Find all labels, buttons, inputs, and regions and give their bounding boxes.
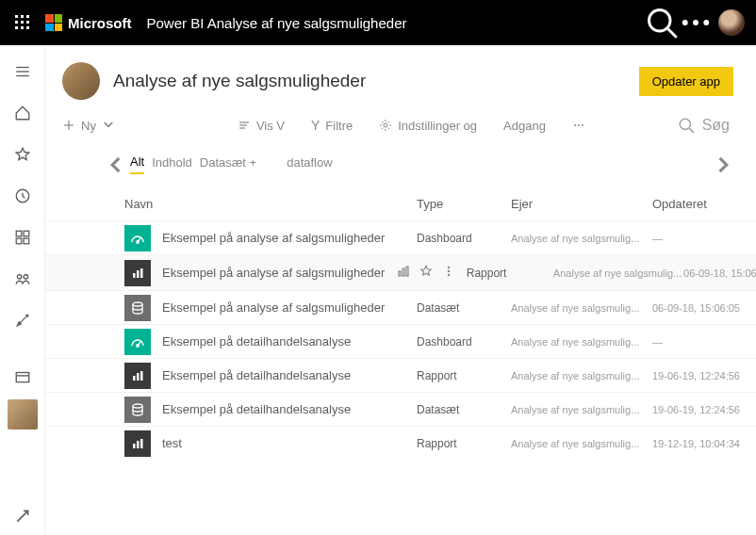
svg-rect-6 [15, 26, 18, 29]
new-button[interactable]: Ny [62, 119, 115, 133]
table-row[interactable]: testRapportAnalyse af nye salgsmulig...1… [45, 426, 756, 460]
table-row[interactable]: Eksempel på analyse af salgsmulighederRa… [45, 254, 756, 290]
table-row[interactable]: Eksempel på detailhandelsanalyseDashboar… [45, 324, 756, 358]
svg-rect-1 [21, 15, 24, 18]
more-icon[interactable] [679, 6, 713, 40]
svg-point-45 [448, 267, 450, 268]
tab-all[interactable]: Alt [130, 154, 144, 174]
svg-rect-44 [406, 267, 408, 276]
chart-icon[interactable] [397, 265, 410, 281]
svg-point-54 [133, 404, 142, 408]
row-owner: Analyse af nye salgsmulig... [511, 438, 652, 449]
dataset-icon [124, 397, 151, 423]
svg-point-9 [649, 10, 671, 32]
search-icon[interactable] [645, 6, 679, 40]
svg-point-32 [574, 124, 576, 126]
svg-point-46 [448, 270, 450, 272]
table-row[interactable]: Eksempel på detailhandelsanalyseDatasætA… [45, 392, 756, 426]
nav-shared-icon[interactable] [4, 260, 41, 298]
tab-datasets[interactable]: Datasæt + [200, 155, 256, 173]
row-owner: Analyse af nye salgsmulig... [511, 370, 652, 381]
left-nav [0, 45, 45, 535]
row-name: Eksempel på detailhandelsanalyse [162, 334, 417, 349]
svg-rect-53 [140, 371, 143, 381]
row-name: Eksempel på analyse af salgsmuligheder [162, 266, 397, 280]
workspace-thumb-current[interactable] [8, 399, 38, 430]
row-owner: Analyse af nye salgsmulig... [511, 302, 652, 314]
new-button-label: Ny [81, 119, 96, 133]
microsoft-logo-icon [45, 14, 62, 31]
svg-rect-5 [26, 21, 29, 24]
row-updated: — [652, 336, 733, 348]
row-type: Datasæt [417, 403, 511, 416]
row-actions [397, 265, 455, 281]
table-row[interactable]: Eksempel på detailhandelsanalyseRapportA… [45, 358, 756, 392]
tabs-scroll-right[interactable] [711, 154, 733, 176]
dashboard-icon [124, 225, 151, 251]
row-name: Eksempel på analyse af salgsmuligheder [162, 300, 417, 315]
row-name: test [162, 436, 417, 450]
row-updated: 19-12-19, 10:04:34 [652, 438, 740, 449]
row-more-icon[interactable] [442, 265, 455, 281]
report-icon [124, 363, 151, 389]
access-button[interactable]: Adgang [503, 119, 546, 133]
command-bar: Ny Vis V Y Filtre Indstillinger og Adgan… [45, 107, 756, 147]
nav-workspaces-icon[interactable] [4, 358, 41, 396]
view-button[interactable]: Vis V [238, 119, 285, 133]
svg-rect-55 [133, 444, 136, 448]
update-app-button[interactable]: Opdater app [639, 67, 733, 96]
col-name[interactable]: Navn [124, 197, 417, 211]
filters-button-label: Filtre [325, 119, 353, 133]
svg-line-10 [668, 29, 677, 38]
svg-rect-43 [403, 268, 404, 276]
tabs-scroll-left[interactable] [106, 154, 128, 176]
settings-button[interactable]: Indstillinger og [379, 119, 477, 133]
svg-point-33 [578, 124, 580, 126]
star-icon[interactable] [419, 265, 433, 281]
nav-favorites-icon[interactable] [4, 136, 41, 173]
report-icon [124, 430, 151, 457]
nav-apps-icon[interactable] [4, 219, 41, 256]
col-updated[interactable]: Opdateret [652, 197, 733, 211]
nav-getdata-icon[interactable] [4, 497, 41, 535]
row-name: Eksempel på analyse af salgsmuligheder [162, 231, 417, 245]
svg-point-47 [448, 274, 450, 276]
workspace-header: Analyse af nye salgsmuligheder Opdater a… [45, 45, 756, 107]
row-updated: — [652, 233, 733, 244]
svg-rect-51 [133, 376, 136, 381]
filters-button[interactable]: Y Filtre [311, 118, 353, 133]
svg-rect-0 [15, 15, 18, 18]
dataset-icon [124, 295, 151, 321]
svg-point-13 [703, 20, 709, 25]
svg-rect-7 [21, 26, 24, 29]
row-updated: 06-09-18, 15:06:05 [652, 302, 740, 314]
table-row[interactable]: Eksempel på analyse af salgsmulighederDa… [45, 290, 756, 324]
nav-home-icon[interactable] [4, 94, 41, 132]
row-updated: 19-06-19, 12:24:56 [652, 404, 740, 415]
tab-dataflow[interactable]: dataflow [287, 155, 332, 173]
nav-learn-icon[interactable] [4, 301, 41, 339]
svg-rect-57 [140, 439, 143, 448]
user-avatar[interactable] [718, 9, 745, 36]
table-header: Navn Type Ejer Opdateret [45, 180, 756, 220]
app-title: Power BI Analyse af nye salgsmuligheder [147, 15, 407, 31]
nav-recent-icon[interactable] [4, 177, 41, 215]
table-row[interactable]: Eksempel på analyse af salgsmulighederDa… [45, 220, 756, 254]
tab-content[interactable]: Indhold [152, 155, 192, 173]
search-input[interactable]: Søg [668, 113, 739, 138]
workspace-title: Analyse af nye salgsmuligheder [113, 71, 366, 91]
svg-point-31 [384, 123, 387, 127]
app-launcher-icon[interactable] [8, 8, 38, 38]
more-commands-icon[interactable] [572, 119, 585, 132]
settings-button-label: Indstillinger og [398, 119, 477, 133]
chevron-down-icon [102, 119, 115, 132]
row-type: Datasæt [417, 301, 511, 315]
workspace-avatar [62, 62, 100, 100]
nav-hamburger-icon[interactable] [4, 53, 41, 90]
col-type[interactable]: Type [417, 197, 511, 211]
col-owner[interactable]: Ejer [511, 197, 652, 211]
svg-point-11 [682, 20, 688, 25]
row-type: Dashboard [417, 232, 511, 245]
content-tabs: Alt Indhold Datasæt + dataflow [45, 147, 756, 180]
svg-line-36 [689, 128, 694, 133]
